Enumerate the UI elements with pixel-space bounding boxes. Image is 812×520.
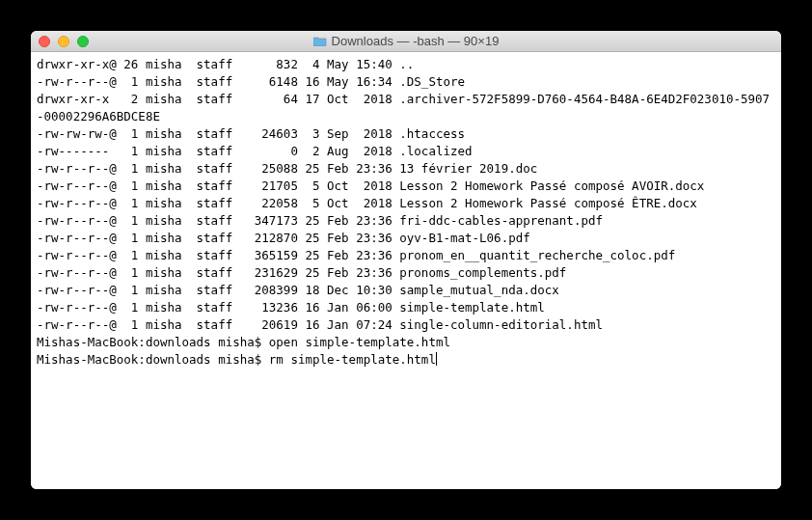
listing-row: -rw-r--r--@ 1 misha staff 208399 18 Dec … bbox=[37, 282, 775, 299]
listing-row: -rw-rw-rw-@ 1 misha staff 24603 3 Sep 20… bbox=[37, 125, 775, 143]
listing-row: -rw-r--r--@ 1 misha staff 347173 25 Feb … bbox=[37, 212, 775, 230]
listing-row: -rw------- 1 misha staff 0 2 Aug 2018 .l… bbox=[37, 143, 775, 160]
title-area: Downloads — -bash — 90×19 bbox=[31, 34, 781, 48]
listing-row: -rw-r--r--@ 1 misha staff 6148 16 May 16… bbox=[37, 73, 775, 91]
minimize-icon[interactable] bbox=[58, 36, 69, 47]
listing-row: -rw-r--r--@ 1 misha staff 212870 25 Feb … bbox=[37, 230, 775, 247]
listing-row: -rw-r--r--@ 1 misha staff 365159 25 Feb … bbox=[37, 247, 775, 264]
listing-row: drwxr-xr-x 2 misha staff 64 17 Oct 2018 … bbox=[37, 91, 775, 125]
folder-icon bbox=[313, 36, 327, 46]
listing-row: drwxr-xr-x@ 26 misha staff 832 4 May 15:… bbox=[37, 56, 775, 73]
prompt-line: Mishas-MacBook:downloads misha$ open sim… bbox=[37, 334, 775, 351]
terminal-output[interactable]: drwxr-xr-x@ 26 misha staff 832 4 May 15:… bbox=[31, 52, 781, 489]
titlebar[interactable]: Downloads — -bash — 90×19 bbox=[31, 31, 781, 52]
terminal-window: Downloads — -bash — 90×19 drwxr-xr-x@ 26… bbox=[31, 31, 781, 489]
listing-row: -rw-r--r--@ 1 misha staff 22058 5 Oct 20… bbox=[37, 195, 775, 212]
zoom-icon[interactable] bbox=[77, 36, 89, 47]
traffic-lights bbox=[39, 36, 89, 47]
cursor bbox=[436, 352, 437, 366]
listing-row: -rw-r--r--@ 1 misha staff 25088 25 Feb 2… bbox=[37, 160, 775, 178]
window-title: Downloads — -bash — 90×19 bbox=[332, 34, 500, 48]
listing-row: -rw-r--r--@ 1 misha staff 13236 16 Jan 0… bbox=[37, 299, 775, 316]
listing-row: -rw-r--r--@ 1 misha staff 21705 5 Oct 20… bbox=[37, 178, 775, 195]
close-icon[interactable] bbox=[39, 36, 50, 47]
listing-row: -rw-r--r--@ 1 misha staff 231629 25 Feb … bbox=[37, 264, 775, 282]
listing-row: -rw-r--r--@ 1 misha staff 20619 16 Jan 0… bbox=[37, 316, 775, 334]
prompt-line: Mishas-MacBook:downloads misha$ rm simpl… bbox=[37, 351, 775, 369]
